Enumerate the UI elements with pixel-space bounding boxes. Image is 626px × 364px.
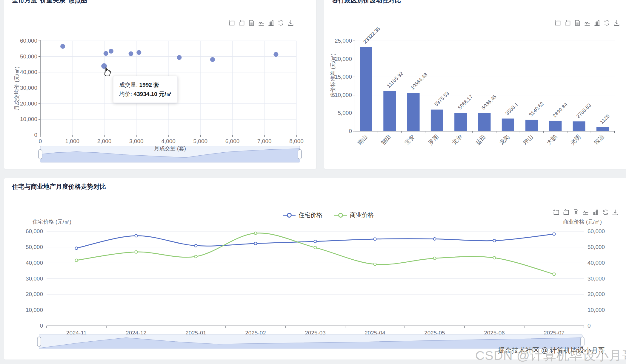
svg-text:50,000: 50,000 xyxy=(26,244,43,250)
scatter-point[interactable] xyxy=(129,51,133,56)
zoom-reset-icon[interactable] xyxy=(238,19,245,27)
bar-panel-title: 各行政区房价波动性对比 xyxy=(324,0,626,9)
series-point[interactable] xyxy=(195,255,197,258)
svg-text:2890.84: 2890.84 xyxy=(552,102,569,119)
series-point[interactable] xyxy=(493,256,496,259)
trend-chart-canvas[interactable]: 0010,00010,00020,00020,00030,00030,00040… xyxy=(4,202,626,360)
series-point[interactable] xyxy=(314,246,317,249)
svg-text:罗湖: 罗湖 xyxy=(427,134,440,146)
series-point[interactable] xyxy=(374,263,376,266)
svg-text:龙华: 龙华 xyxy=(451,134,463,146)
scatter-point[interactable] xyxy=(104,51,108,56)
scatter-point[interactable] xyxy=(136,50,141,55)
bar-龙华[interactable] xyxy=(454,113,467,131)
download-icon[interactable] xyxy=(287,19,294,27)
svg-text:7,000: 7,000 xyxy=(257,138,272,144)
data-view-icon[interactable] xyxy=(248,19,255,27)
legend-item-residential[interactable]: 住宅价格 xyxy=(282,211,322,219)
svg-text:60,000: 60,000 xyxy=(587,228,605,234)
datazoom-slider[interactable] xyxy=(37,334,584,349)
dashboard-page: { "page": {"background": "#eef0f2"}, "co… xyxy=(0,0,626,364)
slider-handle-right[interactable] xyxy=(298,150,302,159)
download-icon[interactable] xyxy=(613,19,620,27)
scatter-point[interactable] xyxy=(109,49,113,54)
bar-罗湖[interactable] xyxy=(431,110,443,131)
scatter-point[interactable] xyxy=(273,52,278,57)
svg-text:10564.48: 10564.48 xyxy=(410,72,429,91)
svg-text:4,000: 4,000 xyxy=(161,138,176,144)
slider-handle-left[interactable] xyxy=(39,150,42,159)
svg-text:0: 0 xyxy=(40,323,43,329)
svg-text:2700.83: 2700.83 xyxy=(575,102,592,119)
series-point[interactable] xyxy=(75,259,78,262)
bar-南山[interactable] xyxy=(360,47,372,131)
slider-handle-left[interactable] xyxy=(37,337,41,346)
bar-光明[interactable] xyxy=(573,121,585,131)
series-point[interactable] xyxy=(135,251,138,253)
data-view-icon[interactable] xyxy=(574,19,581,27)
series-point[interactable] xyxy=(553,273,556,275)
bar-龙岗[interactable] xyxy=(502,119,514,131)
svg-text:月成交量 (套): 月成交量 (套) xyxy=(154,145,186,151)
line-chart-icon[interactable] xyxy=(258,19,265,27)
series-point[interactable] xyxy=(254,242,257,245)
svg-text:20,000: 20,000 xyxy=(20,100,37,107)
line-chart-icon[interactable] xyxy=(584,19,591,27)
series-point[interactable] xyxy=(553,233,556,235)
legend-label-commercial: 商业价格 xyxy=(350,211,374,219)
scatter-point[interactable] xyxy=(210,57,215,62)
svg-text:深汕: 深汕 xyxy=(593,134,605,146)
scatter-toolbox xyxy=(228,19,294,27)
download-icon[interactable] xyxy=(612,209,619,216)
svg-text:3,000: 3,000 xyxy=(129,138,144,144)
svg-text:60,000: 60,000 xyxy=(20,38,37,44)
series-point[interactable] xyxy=(433,257,436,260)
bar-福田[interactable] xyxy=(383,91,396,131)
bar-宝安[interactable] xyxy=(407,93,420,131)
bar-大鹏[interactable] xyxy=(549,121,562,131)
series-point[interactable] xyxy=(374,238,376,240)
zoom-reset-icon[interactable] xyxy=(562,209,570,216)
bar-chart-canvas[interactable]: 05,00010,00015,00020,00025,00023322.35南山… xyxy=(324,9,626,169)
series-point[interactable] xyxy=(75,247,78,250)
svg-text:11105.92: 11105.92 xyxy=(386,70,404,89)
data-view-icon[interactable] xyxy=(572,209,579,216)
svg-text:龙岗: 龙岗 xyxy=(498,134,511,146)
series-point[interactable] xyxy=(195,244,197,247)
svg-text:光明: 光明 xyxy=(569,134,582,146)
panel-scatter-price-volume: 全市月度“价量关系”散点图 月成交均价 (元/㎡) 010,00020,0003… xyxy=(4,0,316,169)
svg-text:20,000: 20,000 xyxy=(335,56,352,62)
series-line-商业价格[interactable] xyxy=(76,233,554,274)
svg-text:盐田: 盐田 xyxy=(475,134,487,146)
restore-icon[interactable] xyxy=(277,19,284,27)
zoom-select-icon[interactable] xyxy=(553,209,560,216)
line-chart-icon[interactable] xyxy=(582,209,589,216)
bar-chart-icon[interactable] xyxy=(593,19,601,27)
scatter-point[interactable] xyxy=(177,55,182,60)
legend-item-commercial[interactable]: 商业价格 xyxy=(334,211,374,219)
svg-text:30,000: 30,000 xyxy=(26,275,43,282)
svg-text:50,000: 50,000 xyxy=(587,244,605,250)
series-point[interactable] xyxy=(493,239,496,242)
bar-深汕[interactable] xyxy=(596,127,609,131)
bar-chart-icon[interactable] xyxy=(592,209,599,216)
bar-坪山[interactable] xyxy=(525,120,538,131)
restore-icon[interactable] xyxy=(603,19,610,27)
svg-text:10,000: 10,000 xyxy=(26,307,43,313)
legend-label-residential: 住宅价格 xyxy=(299,211,322,219)
zoom-reset-icon[interactable] xyxy=(564,19,571,27)
svg-text:宝安: 宝安 xyxy=(404,134,416,146)
series-point[interactable] xyxy=(433,238,436,240)
bar-盐田[interactable] xyxy=(478,113,491,131)
svg-text:25,000: 25,000 xyxy=(335,38,352,44)
series-point[interactable] xyxy=(314,240,317,243)
datazoom-slider[interactable]: 月成交量 (套) xyxy=(39,145,302,162)
series-point[interactable] xyxy=(254,232,257,235)
scatter-point[interactable] xyxy=(60,44,65,49)
restore-icon[interactable] xyxy=(602,209,609,216)
bar-chart-icon[interactable] xyxy=(267,19,275,27)
slider-handle-right[interactable] xyxy=(581,337,584,346)
zoom-select-icon[interactable] xyxy=(554,19,561,27)
zoom-select-icon[interactable] xyxy=(228,19,235,27)
series-point[interactable] xyxy=(135,234,138,237)
